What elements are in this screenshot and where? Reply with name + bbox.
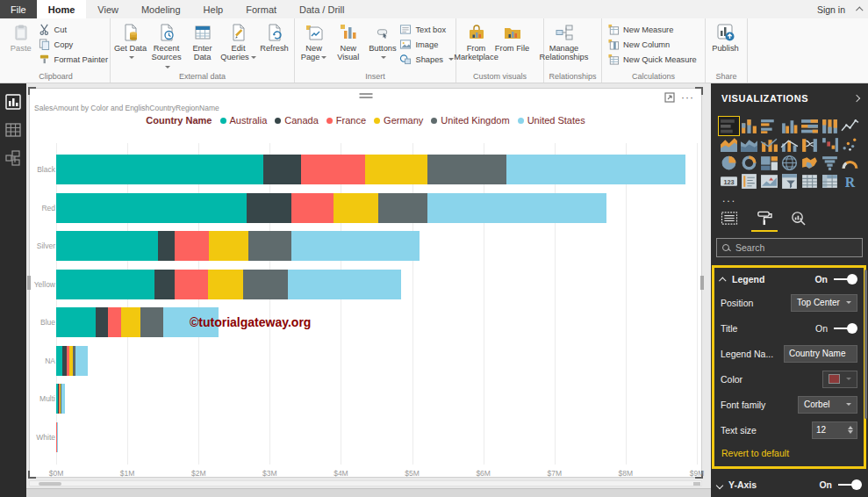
model-view-icon[interactable] [5, 150, 21, 166]
bar-segment-germany[interactable] [365, 155, 427, 184]
legend-item-canada[interactable]: Canada [275, 115, 319, 126]
bar-segment-canada[interactable] [154, 270, 175, 299]
position-dropdown[interactable]: Top Center [791, 294, 857, 312]
tab-data-drill[interactable]: Data / Drill [288, 0, 355, 18]
bar-segment-united-states[interactable] [506, 155, 685, 184]
format-tab-icon[interactable] [754, 208, 773, 227]
100-stacked-bar-chart-icon[interactable] [800, 117, 820, 135]
table-icon[interactable] [800, 172, 820, 191]
multi-row-card-icon[interactable] [739, 172, 759, 191]
selection-corner-icon[interactable] [695, 87, 703, 95]
bar-segment-france[interactable] [291, 193, 334, 223]
font-family-dropdown[interactable]: Corbel [798, 396, 857, 414]
legend-na-input[interactable] [784, 345, 857, 363]
new-column-button[interactable]: New Column [607, 39, 697, 50]
drag-handle-icon[interactable] [359, 91, 372, 100]
more-visuals-button[interactable]: ... [722, 192, 736, 205]
new-page-button[interactable]: New Page [297, 20, 331, 62]
new-visual-button[interactable]: New Visual [331, 20, 365, 62]
100-stacked-column-chart-icon[interactable] [820, 117, 840, 135]
title-toggle[interactable] [834, 323, 857, 334]
bar-segment-canada[interactable] [96, 307, 109, 337]
bar-segment-germany[interactable] [334, 193, 378, 223]
image-button[interactable]: Image [399, 39, 454, 50]
bar-segment-united-kingdom[interactable] [140, 307, 163, 337]
bar-segment-germany[interactable] [208, 270, 244, 299]
resize-handle[interactable] [27, 276, 31, 290]
legend-item-france[interactable]: France [326, 115, 366, 126]
bar-segment-united-kingdom[interactable] [243, 270, 287, 299]
shapes-button[interactable]: Shapes [399, 54, 454, 65]
bar-segment-australia[interactable] [56, 270, 154, 299]
buttons-button[interactable]: Buttons [365, 20, 399, 62]
bar-segment-united-states[interactable] [288, 270, 401, 299]
tab-format[interactable]: Format [234, 0, 288, 18]
legend-section-header[interactable]: LegendOn [714, 268, 864, 290]
bar-segment-united-states[interactable] [61, 384, 65, 414]
color-picker-dropdown[interactable] [822, 371, 857, 388]
pie-chart-icon[interactable] [719, 154, 739, 172]
stepper-arrows[interactable] [848, 426, 853, 434]
bar-segment-france[interactable] [175, 231, 210, 261]
filled-map-icon[interactable] [800, 154, 820, 172]
bar-segment-france[interactable] [108, 307, 121, 337]
publish-button[interactable]: Publish [707, 20, 743, 53]
bar-segment-australia[interactable] [56, 346, 62, 376]
analytics-tab-icon[interactable] [788, 208, 807, 227]
collapse-ribbon-icon[interactable] [856, 6, 863, 13]
bar-segment-united-kingdom[interactable] [248, 231, 291, 261]
collapse-pane-icon[interactable] [853, 95, 860, 102]
data-view-icon[interactable] [5, 122, 21, 138]
selection-corner-icon[interactable] [28, 87, 36, 95]
bar-segment-united-states[interactable] [291, 231, 420, 261]
bar-segment-australia[interactable] [56, 193, 247, 223]
stacked-bar-chart-icon[interactable] [719, 117, 739, 135]
paste-button[interactable]: Paste [4, 20, 39, 53]
line-clustered-column-chart-icon[interactable] [779, 135, 800, 154]
revert-to-default-link[interactable]: Revert to default [714, 443, 864, 464]
bar-segment-united-kingdom[interactable] [378, 193, 427, 223]
funnel-icon[interactable] [820, 154, 840, 172]
fields-tab-icon[interactable] [720, 208, 739, 227]
bar-segment-canada[interactable] [263, 155, 301, 184]
from-file-button[interactable]: From File [494, 20, 530, 53]
legend-toggle[interactable] [834, 274, 857, 285]
legend-item-germany[interactable]: Germany [374, 115, 423, 126]
tab-home[interactable]: Home [37, 0, 87, 18]
horizontal-scrollbar[interactable] [29, 480, 702, 486]
cut-button[interactable]: Cut [39, 24, 108, 35]
search-input[interactable] [735, 242, 841, 253]
new-measure-button[interactable]: New Measure [607, 24, 697, 35]
selection-corner-icon[interactable] [28, 471, 36, 479]
pane-scrollbar[interactable] [864, 270, 867, 419]
get-data-button[interactable]: Get Data [112, 20, 148, 62]
stacked-column-chart-icon[interactable] [739, 117, 759, 135]
ribbon-chart-icon[interactable] [800, 135, 820, 154]
more-options-icon[interactable]: ··· [681, 94, 694, 101]
refresh-button[interactable]: Refresh [256, 20, 292, 53]
format-painter-button[interactable]: Format Painter [39, 54, 108, 65]
matrix-icon[interactable] [820, 172, 840, 191]
bar-segment-canada[interactable] [158, 231, 175, 261]
donut-chart-icon[interactable] [739, 154, 759, 172]
text-box-button[interactable]: Text box [399, 24, 454, 35]
bar-segment-united-states[interactable] [427, 193, 606, 223]
legend-item-united-kingdom[interactable]: United Kingdom [431, 115, 509, 126]
sign-in-button[interactable]: Sign in [817, 4, 845, 15]
scrollbar-grip[interactable] [693, 482, 700, 486]
stacked-area-chart-icon[interactable] [739, 135, 759, 154]
line-chart-icon[interactable] [840, 117, 860, 135]
scatter-chart-icon[interactable] [840, 135, 860, 154]
report-view-icon[interactable] [5, 94, 21, 110]
tab-help[interactable]: Help [192, 0, 235, 18]
bar-segment-france[interactable] [301, 155, 365, 184]
y-axis-toggle[interactable] [838, 479, 862, 490]
map-icon[interactable] [779, 154, 800, 172]
bar-segment-germany[interactable] [209, 231, 248, 261]
kpi-icon[interactable] [759, 172, 779, 191]
tab-modeling[interactable]: Modeling [130, 0, 192, 18]
tab-view[interactable]: View [86, 0, 130, 18]
bar-segment-france[interactable] [175, 270, 208, 299]
new-quick-measure-button[interactable]: New Quick Measure [607, 54, 697, 65]
clustered-column-chart-icon[interactable] [779, 117, 800, 135]
